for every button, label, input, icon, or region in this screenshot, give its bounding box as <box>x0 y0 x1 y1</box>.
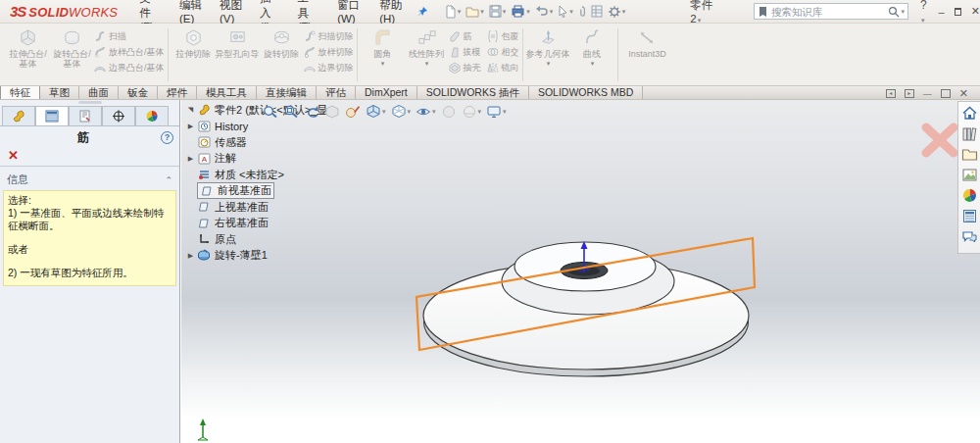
expand-arrow-icon[interactable]: ▶ <box>184 123 197 130</box>
fillet-button[interactable]: 圆角▾ <box>361 26 405 83</box>
pin-menu-icon[interactable] <box>416 6 428 18</box>
print-button[interactable]: ▾ <box>509 3 532 20</box>
extruded-cut-button[interactable]: 拉伸切除 <box>172 26 216 83</box>
save-button[interactable]: ▾ <box>487 3 509 20</box>
tree-item-right-plane[interactable]: 右视基准面 <box>184 216 380 232</box>
tree-item-revolve-thin[interactable]: ▶ 旋转-薄壁1 <box>184 248 380 265</box>
mirror-button[interactable]: 镜向 <box>487 62 519 74</box>
attachment-icon[interactable] <box>576 3 588 20</box>
tree-item-front-plane[interactable]: 前视基准面 <box>184 183 380 200</box>
restore-button[interactable] <box>955 8 961 16</box>
edit-appearance-icon[interactable] <box>345 104 361 120</box>
tree-item-sensors[interactable]: 传感器 <box>184 134 380 151</box>
zoom-to-fit-icon[interactable] <box>263 104 278 120</box>
tab-feature-manager[interactable] <box>2 106 35 125</box>
expand-arrow-icon[interactable]: ▶ <box>184 252 197 260</box>
custom-properties-icon[interactable] <box>961 208 978 224</box>
home-icon[interactable] <box>961 105 978 122</box>
document-restore-icon[interactable] <box>941 89 951 98</box>
tree-item-material[interactable]: 材质 <未指定> <box>184 167 380 183</box>
boundary-boss-button[interactable]: 边界凸台/基体 <box>94 62 165 74</box>
collapse-section-icon[interactable]: ⌃ <box>165 175 172 185</box>
message-line: 或者 <box>8 243 172 256</box>
view-orientation-button[interactable]: ▾ <box>366 104 386 120</box>
tab-surfaces[interactable]: 曲面 <box>79 86 119 99</box>
wrap-button[interactable]: 包覆 <box>487 30 519 42</box>
revolved-boss-button[interactable]: 旋转凸台/基体 <box>50 26 94 83</box>
new-document-button[interactable]: ▾ <box>442 3 464 21</box>
search-input[interactable] <box>771 6 888 18</box>
tree-item-top-plane[interactable]: 上视基准面 <box>184 199 380 216</box>
swept-cut-button[interactable]: 扫描切除 <box>304 30 354 42</box>
view-palette-icon[interactable] <box>961 167 978 183</box>
tab-sketch[interactable]: 草图 <box>40 86 79 99</box>
file-explorer-icon[interactable] <box>961 146 978 163</box>
document-name-label[interactable]: 零件2▾ <box>690 0 714 25</box>
table-icon[interactable] <box>589 3 605 20</box>
reference-geometry-button[interactable]: 参考几何体▾ <box>526 26 570 83</box>
panel-resize-grip[interactable] <box>78 101 102 104</box>
tree-item-annotations[interactable]: ▶ A 注解 <box>184 151 380 168</box>
undo-button[interactable]: ▾ <box>533 3 556 20</box>
minimize-button[interactable]: – <box>938 6 944 18</box>
tree-item-history[interactable]: ▶ History <box>184 119 380 135</box>
help-icon[interactable]: ? <box>161 131 173 144</box>
tab-display-manager[interactable] <box>135 106 169 125</box>
lofted-boss-button[interactable]: 放样凸台/基体 <box>94 46 165 58</box>
boundary-cut-button[interactable]: 边界切除 <box>304 62 354 74</box>
tab-dimxpert-manager[interactable] <box>102 106 135 125</box>
tab-dimxpert[interactable]: DimXpert <box>356 86 417 99</box>
collapse-arrow-icon[interactable]: ◥ <box>184 106 197 114</box>
expand-arrow-icon[interactable]: ▶ <box>184 155 197 163</box>
tab-direct-editing[interactable]: 直接编辑 <box>257 86 317 99</box>
design-library-icon[interactable] <box>961 125 978 142</box>
tab-solidworks-mbd[interactable]: SOLIDWORKS MBD <box>529 86 643 99</box>
tab-property-manager[interactable] <box>35 106 69 125</box>
tab-configuration-manager[interactable] <box>69 106 102 125</box>
swept-boss-button[interactable]: 扫描 <box>94 30 165 42</box>
tab-evaluate[interactable]: 评估 <box>317 86 356 99</box>
display-style-button[interactable]: ▾ <box>391 104 412 120</box>
confirmation-corner-cancel[interactable] <box>917 120 962 161</box>
extruded-boss-button[interactable]: 拉伸凸台/基体 <box>6 26 50 83</box>
solidworks-logo: 3S SOLID WORKS <box>0 3 131 20</box>
options-gear-button[interactable]: ▾ <box>606 3 628 21</box>
intersect-button[interactable]: 相交 <box>487 46 519 58</box>
next-document-icon[interactable]: ▸ <box>905 89 914 98</box>
hole-wizard-button[interactable]: 异型孔向导 <box>216 26 260 83</box>
previous-document-icon[interactable]: ◂ <box>886 89 896 98</box>
apply-appearance-icon[interactable] <box>441 104 457 120</box>
hide-show-items-button[interactable]: ▾ <box>416 104 436 120</box>
appearances-scenes-icon[interactable] <box>961 187 978 204</box>
close-button[interactable]: ✕ <box>971 5 980 18</box>
view-settings-button[interactable]: ▾ <box>486 104 507 120</box>
document-close-icon[interactable]: ✕ <box>959 87 968 100</box>
tab-solidworks-add-ins[interactable]: SOLIDWORKS 插件 <box>417 86 529 99</box>
draft-button[interactable]: 拔模 <box>449 46 481 58</box>
apply-scene-button[interactable]: ▾ <box>462 104 482 120</box>
help-button[interactable]: ?▾ <box>920 0 928 25</box>
tab-mold-tools[interactable]: 模具工具 <box>197 86 257 99</box>
open-document-button[interactable]: ▾ <box>464 3 486 20</box>
tree-item-origin[interactable]: 原点 <box>184 231 380 248</box>
zoom-to-area-icon[interactable] <box>283 104 299 120</box>
instant3d-button[interactable]: Instant3D <box>621 26 674 83</box>
search-category-icon <box>758 6 768 18</box>
forum-icon[interactable] <box>961 228 978 245</box>
cancel-command-button[interactable]: ✕ <box>0 148 179 164</box>
curves-button[interactable]: 曲线▾ <box>570 26 614 83</box>
shell-button[interactable]: 抽壳 <box>449 62 481 74</box>
tab-sheet-metal[interactable]: 钣金 <box>119 86 158 99</box>
lofted-cut-button[interactable]: 放样切除 <box>304 46 354 58</box>
rib-button[interactable]: 筋 <box>449 30 481 42</box>
previous-view-icon[interactable] <box>304 104 319 120</box>
tab-weldments[interactable]: 焊件 <box>158 86 197 99</box>
revolved-cut-button[interactable]: 旋转切除 <box>260 26 304 83</box>
section-view-icon[interactable] <box>324 104 340 120</box>
select-button[interactable]: ▾ <box>556 3 575 20</box>
search-icon[interactable] <box>888 6 900 18</box>
tab-features[interactable]: 特征 <box>0 86 40 99</box>
linear-pattern-button[interactable]: 线性阵列▾ <box>405 26 449 83</box>
search-options-caret[interactable]: ▾ <box>901 8 905 16</box>
document-minimize-icon[interactable]: — <box>923 89 932 99</box>
